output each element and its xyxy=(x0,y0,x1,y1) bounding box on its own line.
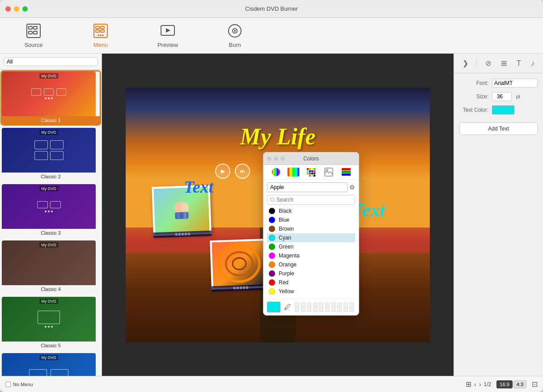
sidebar-item-classic5[interactable]: My DVD Classic 5 xyxy=(2,297,100,350)
color-item-cyan[interactable]: Cyan xyxy=(267,233,355,242)
traffic-lights xyxy=(5,6,28,12)
popup-dropdown-row: Apple ⚙ xyxy=(267,182,355,192)
menu-label: Menu xyxy=(93,42,108,48)
classic5-thumb: My DVD xyxy=(2,297,96,341)
main-content: All My DVD xyxy=(0,54,543,376)
play-button[interactable]: ▶ xyxy=(215,164,230,179)
no-menu-checkbox[interactable] xyxy=(5,382,11,387)
svg-marker-14 xyxy=(166,28,170,33)
text-icon[interactable]: T xyxy=(515,58,523,69)
color-item-yellow[interactable]: Yellow xyxy=(267,287,355,296)
burn-icon xyxy=(227,23,243,39)
sidebar-item-classic3[interactable]: My DVD xyxy=(2,184,100,237)
text-color-swatch[interactable] xyxy=(492,105,514,114)
color-item-magenta[interactable]: Magenta xyxy=(267,251,355,260)
svg-point-26 xyxy=(233,257,246,270)
gear-icon[interactable]: ⚙ xyxy=(349,184,355,191)
svg-rect-48 xyxy=(342,171,351,173)
size-input[interactable] xyxy=(492,92,512,101)
sidebar-item-classic6[interactable]: My DVD Classic 6 xyxy=(2,353,100,376)
add-text-button[interactable]: Add Text xyxy=(459,122,538,135)
tab-palette[interactable] xyxy=(340,168,352,177)
svg-rect-39 xyxy=(311,173,313,174)
sidebar-item-classic1[interactable]: My DVD xyxy=(2,72,100,124)
svg-rect-38 xyxy=(309,173,311,174)
svg-point-11 xyxy=(100,34,102,36)
color-item-blue[interactable]: Blue xyxy=(267,215,355,224)
add-chapter-icon[interactable]: ⊞ xyxy=(466,380,471,388)
tab-sliders[interactable] xyxy=(288,168,299,177)
sidebar-item-classic2[interactable]: My DVD Classic 2 xyxy=(2,128,100,181)
nav-prev-icon[interactable]: ‹ xyxy=(474,381,476,388)
color-item-black[interactable]: Black xyxy=(267,207,355,215)
color-list-select[interactable]: Apple xyxy=(267,182,348,192)
eyedropper-icon[interactable]: 🖊 xyxy=(284,303,291,311)
svg-rect-49 xyxy=(342,173,351,176)
color-label: Text Color: xyxy=(459,107,488,113)
crop-icon[interactable]: ⊘ xyxy=(484,57,493,69)
svg-rect-2 xyxy=(34,26,37,29)
toolbar-source[interactable]: Source xyxy=(0,18,67,53)
maximize-button[interactable] xyxy=(22,6,28,12)
tab-color-wheel[interactable] xyxy=(270,168,282,177)
color-row: Text Color: xyxy=(459,105,538,114)
toolbar-burn[interactable]: Burn xyxy=(201,18,268,53)
bottom-bar: No Menu ⊞ ‹ › 1/2 16:9 4:3 ⊡ xyxy=(0,376,543,392)
sidebar-list: My DVD xyxy=(0,70,102,376)
ratio-16-9-button[interactable]: 16:9 xyxy=(496,380,512,388)
selected-color-swatch[interactable] xyxy=(267,302,280,312)
nav-right-icon[interactable]: ❯ xyxy=(461,57,470,69)
toolbar-menu[interactable]: Menu xyxy=(67,18,134,53)
sidebar: All My DVD xyxy=(0,54,102,376)
color-item-orange[interactable]: Orange xyxy=(267,260,355,269)
color-item-brown[interactable]: Brown xyxy=(267,224,355,233)
tab-image[interactable] xyxy=(323,168,335,177)
source-icon xyxy=(25,23,42,39)
svg-rect-43 xyxy=(311,175,313,177)
svg-rect-35 xyxy=(311,170,313,172)
preview-icon xyxy=(160,23,176,39)
svg-rect-3 xyxy=(29,31,32,34)
tab-grid[interactable] xyxy=(305,168,317,177)
screenshot-icon[interactable]: ⊡ xyxy=(532,380,538,388)
svg-rect-42 xyxy=(309,175,311,177)
sidebar-filter-row: All xyxy=(0,54,102,70)
close-button[interactable] xyxy=(5,6,11,12)
layout-icon[interactable]: ⊞ xyxy=(499,57,509,69)
minimize-button[interactable] xyxy=(14,6,19,12)
skip-button[interactable]: ⏭ xyxy=(235,164,250,179)
popup-bottom: 🖊 xyxy=(263,299,359,315)
window-title: Cisdem DVD Burner xyxy=(245,5,298,12)
ratio-4-3-button[interactable]: 4:3 xyxy=(513,380,526,388)
color-item-red[interactable]: Red xyxy=(267,278,355,287)
svg-rect-33 xyxy=(307,170,309,172)
music-icon[interactable]: ♪ xyxy=(529,58,536,69)
classic6-thumb: My DVD xyxy=(2,353,96,376)
toolbar-preview[interactable]: Preview xyxy=(134,18,201,53)
color-search-input[interactable] xyxy=(267,195,355,205)
font-select[interactable]: ArialMT xyxy=(492,79,538,88)
sidebar-item-classic4[interactable]: My DVD Classic 4 xyxy=(2,240,100,293)
color-item-green[interactable]: Green xyxy=(267,242,355,251)
svg-rect-29 xyxy=(307,168,309,170)
classic2-label: Classic 2 xyxy=(2,173,100,181)
classic1-thumb: My DVD xyxy=(2,72,96,116)
filter-select[interactable]: All xyxy=(4,57,98,66)
svg-point-28 xyxy=(272,168,280,176)
svg-rect-9 xyxy=(101,30,104,32)
nav-controls: ⊞ ‹ › 1/2 xyxy=(466,380,491,388)
svg-rect-7 xyxy=(101,26,104,29)
panel-toolbar: ❯ ⊘ ⊞ T ♪ xyxy=(454,54,543,73)
divider xyxy=(476,59,477,68)
preview-text1: Text xyxy=(184,177,213,197)
size-row: Size: pt xyxy=(459,92,538,101)
svg-rect-8 xyxy=(96,30,99,32)
svg-rect-30 xyxy=(309,168,311,170)
color-item-purple[interactable]: Purple xyxy=(267,269,355,278)
svg-point-25 xyxy=(225,252,253,276)
color-recent-grid xyxy=(295,303,355,312)
nav-next-icon[interactable]: › xyxy=(479,381,481,388)
svg-rect-47 xyxy=(342,168,351,170)
popup-titlebar: Colors xyxy=(263,152,359,165)
popup-title: Colors xyxy=(303,156,319,162)
